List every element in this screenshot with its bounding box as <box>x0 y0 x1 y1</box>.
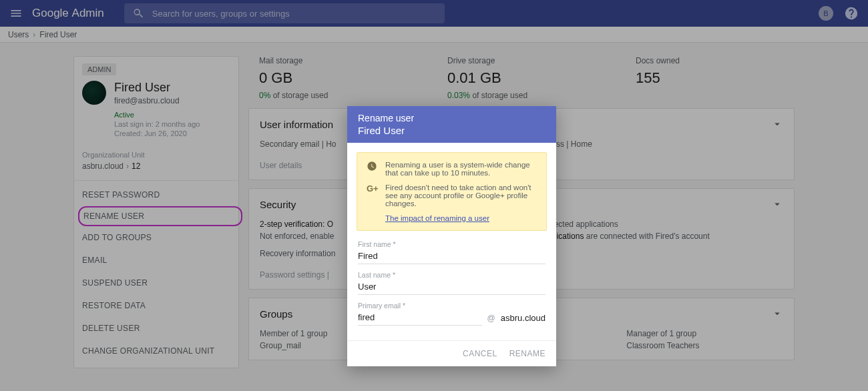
rename-button[interactable]: RENAME <box>509 349 546 358</box>
last-name-input[interactable] <box>358 279 546 295</box>
gplus-icon: G+ <box>367 183 377 194</box>
rename-user-modal: Rename user Fired User Renaming a user i… <box>347 106 556 366</box>
impact-link[interactable]: The impact of renaming a user <box>367 214 489 222</box>
primary-email-input[interactable] <box>358 310 482 326</box>
info-box: Renaming a user is a system-wide change … <box>357 152 547 231</box>
modal-header: Rename user Fired User <box>347 106 556 143</box>
email-domain: asbru.cloud <box>501 313 546 326</box>
last-name-label: Last name * <box>358 271 546 279</box>
clock-icon <box>367 161 377 171</box>
first-name-label: First name * <box>358 240 546 248</box>
cancel-button[interactable]: CANCEL <box>463 349 497 358</box>
primary-email-label: Primary email * <box>358 302 546 310</box>
first-name-input[interactable] <box>358 248 546 264</box>
at-symbol: @ <box>487 314 495 326</box>
